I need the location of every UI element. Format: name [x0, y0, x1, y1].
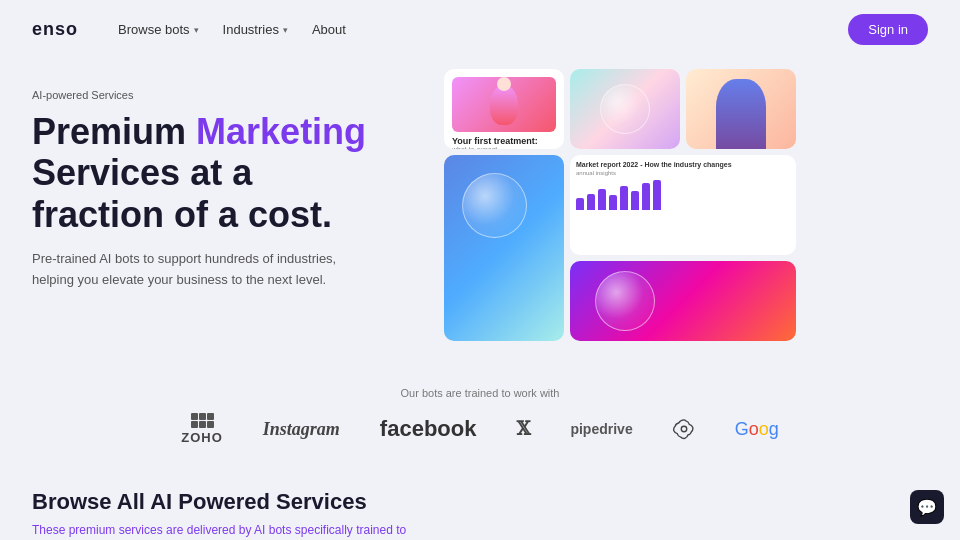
zsq5 [199, 421, 206, 428]
sphere-decoration-3 [595, 271, 655, 331]
hero-image-gradient1 [570, 69, 680, 149]
hero-section: AI-powered Services Premium Marketing Se… [0, 59, 960, 371]
chat-button[interactable]: 💬 [910, 490, 944, 524]
zsq6 [207, 421, 214, 428]
nav-browse-bots[interactable]: Browse bots ▾ [118, 22, 199, 37]
bar-1 [576, 198, 584, 210]
hero-image-purple-sphere [570, 261, 796, 341]
brands-section: Our bots are trained to work with ZOHO I… [0, 371, 960, 461]
chat-icon: 💬 [917, 498, 937, 517]
bar-8 [653, 180, 661, 210]
hero-image-abstract-blue [444, 155, 564, 341]
brand-openai[interactable] [673, 418, 695, 440]
hero-content: AI-powered Services Premium Marketing Se… [32, 79, 412, 291]
brands-label: Our bots are trained to work with [32, 387, 928, 399]
nav-industries-label: Industries [223, 22, 279, 37]
bar-7 [642, 183, 650, 210]
nav-about-label: About [312, 22, 346, 37]
hero-tag: AI-powered Services [32, 89, 412, 101]
bar-4 [609, 195, 617, 210]
browse-section: Browse All AI Powered Services These pre… [0, 461, 960, 540]
hero-title-part1: Premium [32, 111, 196, 152]
report-chart [576, 180, 790, 210]
hero-description: Pre-trained AI bots to support hundreds … [32, 249, 372, 291]
treatment-image [452, 77, 556, 132]
brand-instagram[interactable]: Instagram [263, 419, 340, 440]
sign-in-button[interactable]: Sign in [848, 14, 928, 45]
pipedrive-label: pipedrive [570, 421, 632, 437]
zsq4 [191, 421, 198, 428]
treatment-sub: what to expect [452, 146, 556, 149]
bar-3 [598, 189, 606, 210]
instagram-label: Instagram [263, 419, 340, 440]
hero-image-treatment: Your first treatment: what to expect [444, 69, 564, 149]
openai-icon [673, 418, 695, 440]
nav-browse-bots-label: Browse bots [118, 22, 190, 37]
zsq1 [191, 413, 198, 420]
brand-x[interactable]: 𝕏 [516, 418, 530, 440]
hero-image-portrait [686, 69, 796, 149]
zoho-label: ZOHO [181, 430, 223, 445]
nav-about[interactable]: About [312, 22, 346, 37]
zsq2 [199, 413, 206, 420]
treatment-title: Your first treatment: [452, 136, 556, 146]
logo[interactable]: enso [32, 19, 78, 40]
navigation: enso Browse bots ▾ Industries ▾ About Si… [0, 0, 960, 59]
brand-google[interactable]: Goog [735, 419, 779, 440]
hero-image-market-report: Market report 2022 - How the industry ch… [570, 155, 796, 255]
brands-row: ZOHO Instagram facebook 𝕏 pipedrive [32, 413, 928, 445]
hero-title: Premium Marketing Services at afraction … [32, 111, 412, 235]
brand-pipedrive[interactable]: pipedrive [570, 421, 632, 437]
sphere-decoration-1 [600, 84, 650, 134]
brand-facebook[interactable]: facebook [380, 416, 477, 442]
hero-images: Your first treatment: what to expect Mar… [444, 69, 928, 341]
bar-5 [620, 186, 628, 210]
facebook-label: facebook [380, 416, 477, 442]
x-label: 𝕏 [516, 418, 530, 440]
browse-bots-arrow-icon: ▾ [194, 25, 199, 35]
zoho-grid-icon [191, 413, 214, 428]
report-sub-text: annual insights [576, 170, 790, 176]
google-label: Goog [735, 419, 779, 440]
browse-description: These premium services are delivered by … [32, 521, 432, 540]
brand-zoho[interactable]: ZOHO [181, 413, 223, 445]
svg-point-0 [681, 426, 687, 432]
nav-industries[interactable]: Industries ▾ [223, 22, 288, 37]
hero-title-highlight: Marketing [196, 111, 366, 152]
zsq3 [207, 413, 214, 420]
industries-arrow-icon: ▾ [283, 25, 288, 35]
bar-2 [587, 194, 595, 211]
sphere-decoration-2 [462, 173, 527, 238]
browse-title: Browse All AI Powered Services [32, 489, 928, 515]
bar-6 [631, 191, 639, 211]
report-title-text: Market report 2022 - How the industry ch… [576, 161, 790, 168]
hero-title-part2: Services at afraction of a cost. [32, 152, 332, 234]
